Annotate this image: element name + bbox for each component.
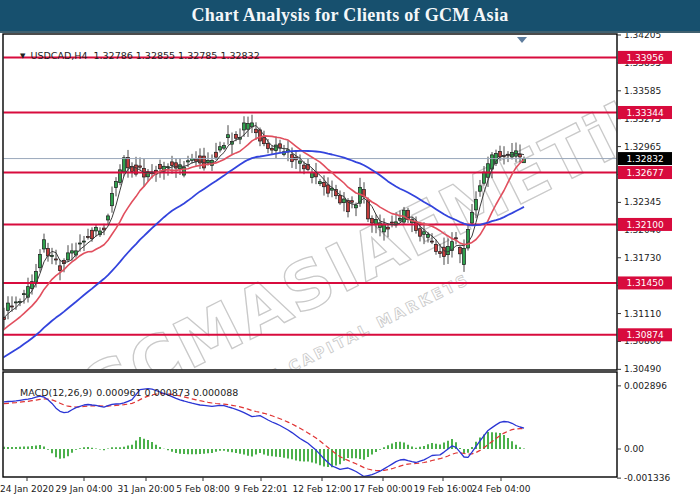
sr-price-tag: 1.33344 [618,106,672,119]
svg-text:5 Feb 08:00: 5 Feb 08:00 [176,484,230,494]
quote-text: USDCAD,H4 1.32786 1.32855 1.32785 1.3283… [30,50,259,61]
page-title: Chart Analysis for Clients of GCM Asia [191,5,508,26]
svg-text:1.30490: 1.30490 [624,364,661,374]
macd-indicator-label: MACD(12,26,9)0.000961 0.000873 0.000088 [8,376,238,409]
svg-text:9 Feb 22:01: 9 Feb 22:01 [234,484,287,494]
svg-text:1.32345: 1.32345 [624,197,661,207]
svg-text:31 Jan 20:00: 31 Jan 20:00 [118,484,175,494]
quote-line: ▼USDCAD,H4 1.32786 1.32855 1.32785 1.328… [8,39,260,72]
svg-text:1.32832: 1.32832 [626,154,663,164]
symbol-dropdown-arrow-icon[interactable]: ▼ [20,52,25,60]
chart-shift-marker-icon[interactable] [517,37,527,43]
svg-text:1.33956: 1.33956 [626,53,663,63]
svg-text:0.00: 0.00 [624,444,644,454]
svg-text:1.33344: 1.33344 [626,108,663,118]
sr-price-tag: 1.33956 [618,51,672,64]
svg-text:12 Feb 12:00: 12 Feb 12:00 [292,484,351,494]
svg-text:1.34205: 1.34205 [624,33,661,40]
svg-text:29 Jan 04:00: 29 Jan 04:00 [56,484,113,494]
sr-price-tag: 1.32100 [618,218,672,231]
svg-text:24 Feb 04:00: 24 Feb 04:00 [471,484,530,494]
current-price-tag: 1.32832 [618,152,672,165]
svg-text:0.002896: 0.002896 [624,381,667,391]
time-axis[interactable]: 24 Jan 202029 Jan 04:0031 Jan 20:005 Feb… [0,477,531,494]
svg-text:1.30874: 1.30874 [626,330,663,340]
macd-histogram [4,432,524,467]
title-bar: Chart Analysis for Clients of GCM Asia [0,0,700,33]
svg-text:1.31110: 1.31110 [624,309,661,319]
chart-canvas[interactable]: GCMASIAEMETillGCM CAPITAL MARKETS1.34205… [0,33,700,500]
svg-text:19 Feb 16:00: 19 Feb 16:00 [413,484,472,494]
svg-text:1.33585: 1.33585 [624,86,661,96]
macd-label: MACD(12,26,9) [20,387,92,398]
sr-price-tag: 1.31450 [618,276,672,289]
svg-text:1.32965: 1.32965 [624,142,661,152]
sr-price-tag: 1.32677 [618,166,672,179]
svg-text:1.31450: 1.31450 [626,278,663,288]
svg-text:24 Jan 2020: 24 Jan 2020 [0,484,54,494]
svg-text:-0.001336: -0.001336 [624,473,670,483]
svg-text:1.31730: 1.31730 [624,253,661,263]
macd-values: 0.000961 0.000873 0.000088 [96,387,238,398]
price-axis[interactable]: 1.342051.338951.335851.332751.329651.326… [617,33,672,483]
svg-text:1.32677: 1.32677 [626,168,663,178]
svg-text:17 Feb 00:00: 17 Feb 00:00 [353,484,412,494]
svg-text:1.32100: 1.32100 [626,220,663,230]
chart-window: Chart Analysis for Clients of GCM Asia G… [0,0,700,500]
sr-price-tag: 1.30874 [618,328,672,341]
